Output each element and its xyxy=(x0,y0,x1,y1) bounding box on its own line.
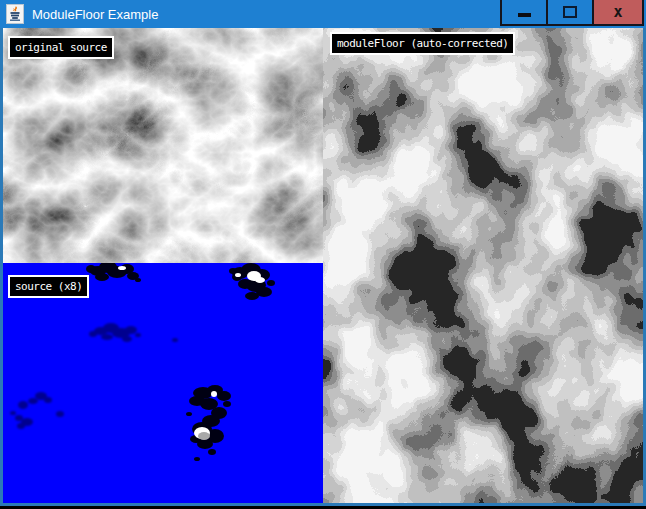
close-button[interactable]: x xyxy=(592,0,644,26)
client-area: original source source (x8) xyxy=(3,28,643,503)
source-blobs-canvas xyxy=(3,263,323,503)
panel-source-x8: source (x8) xyxy=(3,263,323,503)
window-controls: x xyxy=(500,0,644,26)
maximize-button[interactable] xyxy=(546,0,592,26)
panel-label-original: original source xyxy=(8,36,114,59)
panel-label-floor: moduleFloor (auto-corrected) xyxy=(330,32,515,55)
minimize-icon xyxy=(518,13,531,17)
original-noise-canvas xyxy=(3,28,323,263)
source-blue-background xyxy=(3,263,323,503)
java-app-icon[interactable] xyxy=(6,4,24,24)
app-window: ModuleFloor Example x xyxy=(0,0,646,509)
titlebar[interactable]: ModuleFloor Example x xyxy=(0,0,646,28)
panel-original-source: original source xyxy=(3,28,323,263)
minimize-button[interactable] xyxy=(500,0,546,26)
java-coffee-cup-icon xyxy=(8,6,22,22)
maximize-icon xyxy=(563,6,577,18)
floor-noise-canvas xyxy=(323,28,643,503)
gray-spot xyxy=(198,432,210,440)
panel-label-source: source (x8) xyxy=(8,275,89,298)
window-border-bottom xyxy=(0,503,646,506)
panel-module-floor: moduleFloor (auto-corrected) xyxy=(323,28,643,503)
window-title: ModuleFloor Example xyxy=(32,7,158,22)
close-icon: x xyxy=(613,5,622,19)
window-border-left xyxy=(0,28,3,506)
